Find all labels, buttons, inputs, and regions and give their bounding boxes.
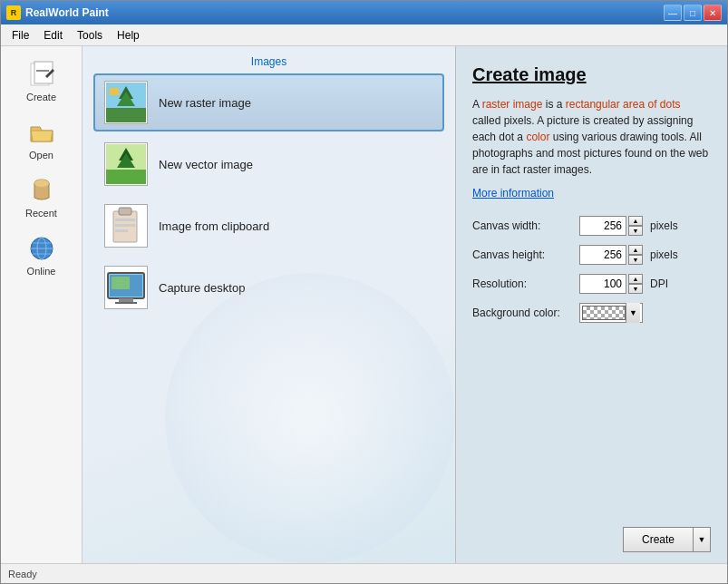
sidebar: Create Open: [1, 46, 83, 563]
status-bar: Ready: [1, 563, 727, 583]
capture-desktop-label: Capture desktop: [159, 281, 245, 295]
highlight-area: rectangular area of dots: [566, 98, 681, 111]
resolution-up[interactable]: ▲: [628, 274, 643, 284]
app-icon: R: [6, 5, 21, 20]
images-header: Images: [93, 55, 444, 68]
new-raster-item[interactable]: New raster image: [93, 73, 444, 131]
online-icon: [27, 234, 56, 263]
svg-point-4: [34, 180, 49, 187]
minimize-button[interactable]: —: [664, 5, 682, 21]
canvas-height-label: Canvas height:: [472, 248, 572, 261]
canvas-height-spinbuttons: ▲ ▼: [628, 245, 643, 265]
svg-rect-27: [115, 302, 137, 304]
resolution-spinner: ▲ ▼: [579, 274, 643, 294]
open-icon: [27, 118, 56, 147]
menu-help[interactable]: Help: [110, 27, 147, 44]
clipboard-icon: [104, 204, 148, 248]
panel-description: A raster image is a rectangular area of …: [472, 96, 711, 178]
new-vector-label: New vector image: [159, 158, 253, 171]
main-window: R RealWorld Paint — □ ✕ File Edit Tools …: [0, 0, 728, 584]
canvas-width-input[interactable]: [579, 216, 626, 236]
window-title: RealWorld Paint: [25, 6, 664, 19]
window-controls: — □ ✕: [664, 5, 722, 21]
spacer: [472, 332, 711, 520]
sidebar-item-open[interactable]: Open: [7, 112, 76, 166]
bg-color-row: Background color: ▼: [472, 303, 711, 323]
more-info-link[interactable]: More information: [472, 187, 711, 200]
bottom-bar: Create ▼: [472, 527, 711, 552]
bg-color-swatch: [582, 306, 626, 320]
main-layout: Create Open: [1, 46, 727, 563]
title-bar: R RealWorld Paint — □ ✕: [1, 1, 727, 24]
resolution-label: Resolution:: [472, 277, 572, 290]
status-text: Ready: [8, 569, 37, 579]
svg-rect-11: [106, 108, 146, 122]
svg-rect-26: [119, 298, 133, 302]
svg-rect-28: [112, 277, 130, 289]
create-label: Create: [26, 92, 56, 102]
center-panel: Images New raster image: [83, 46, 455, 563]
highlight-color: color: [526, 131, 549, 143]
menu-bar: File Edit Tools Help: [1, 24, 727, 46]
new-raster-label: New raster image: [159, 96, 251, 110]
highlight-raster: raster image: [482, 98, 543, 111]
svg-rect-16: [106, 170, 146, 184]
recent-label: Recent: [25, 208, 57, 219]
menu-tools[interactable]: Tools: [70, 27, 110, 44]
recent-icon: [27, 176, 56, 205]
canvas-width-down[interactable]: ▼: [628, 226, 643, 236]
right-panel: Create image A raster image is a rectang…: [455, 46, 727, 563]
capture-desktop-icon: [104, 266, 148, 309]
canvas-height-up[interactable]: ▲: [628, 245, 643, 255]
create-icon: [27, 60, 56, 89]
online-label: Online: [27, 266, 56, 277]
canvas-width-up[interactable]: ▲: [628, 216, 643, 226]
bg-color-label: Background color:: [472, 307, 572, 319]
menu-edit[interactable]: Edit: [36, 27, 70, 44]
canvas-width-unit: pixels: [650, 219, 678, 232]
open-label: Open: [29, 150, 53, 161]
canvas-width-row: Canvas width: ▲ ▼ pixels: [472, 216, 711, 236]
canvas-width-label: Canvas width:: [472, 219, 572, 232]
resolution-down[interactable]: ▼: [628, 284, 643, 294]
svg-rect-23: [115, 229, 128, 232]
resolution-spinbuttons: ▲ ▼: [628, 274, 643, 294]
canvas-height-row: Canvas height: ▲ ▼ pixels: [472, 245, 711, 265]
canvas-width-spinbuttons: ▲ ▼: [628, 216, 643, 236]
canvas-height-spinner: ▲ ▼: [579, 245, 643, 265]
create-dropdown-button[interactable]: ▼: [693, 527, 711, 552]
create-button[interactable]: Create: [623, 527, 693, 552]
clipboard-item[interactable]: Image from clipboard: [93, 197, 444, 255]
svg-rect-14: [110, 88, 119, 95]
resolution-unit: DPI: [650, 277, 668, 290]
panel-title: Create image: [472, 64, 711, 85]
clipboard-label: Image from clipboard: [159, 219, 269, 233]
sidebar-item-create[interactable]: Create: [7, 54, 76, 108]
sidebar-item-online[interactable]: Online: [7, 228, 76, 282]
bg-color-dropdown-arrow[interactable]: ▼: [626, 303, 640, 323]
svg-rect-20: [119, 208, 131, 215]
svg-rect-21: [115, 219, 135, 221]
images-section: Images New raster image: [83, 46, 455, 329]
maximize-button[interactable]: □: [684, 5, 702, 21]
new-vector-item[interactable]: New vector image: [93, 135, 444, 193]
resolution-row: Resolution: ▲ ▼ DPI: [472, 274, 711, 294]
new-raster-icon: [104, 81, 148, 124]
menu-file[interactable]: File: [5, 27, 36, 44]
bg-color-button[interactable]: ▼: [579, 303, 643, 323]
canvas-width-spinner: ▲ ▼: [579, 216, 643, 236]
new-vector-icon: [104, 142, 148, 186]
canvas-height-unit: pixels: [650, 248, 678, 261]
resolution-input[interactable]: [579, 274, 626, 294]
canvas-height-input[interactable]: [579, 245, 626, 265]
close-button[interactable]: ✕: [704, 5, 722, 21]
svg-rect-22: [115, 224, 135, 227]
capture-desktop-item[interactable]: Capture desktop: [93, 258, 444, 316]
canvas-height-down[interactable]: ▼: [628, 255, 643, 265]
sidebar-item-recent[interactable]: Recent: [7, 170, 76, 224]
